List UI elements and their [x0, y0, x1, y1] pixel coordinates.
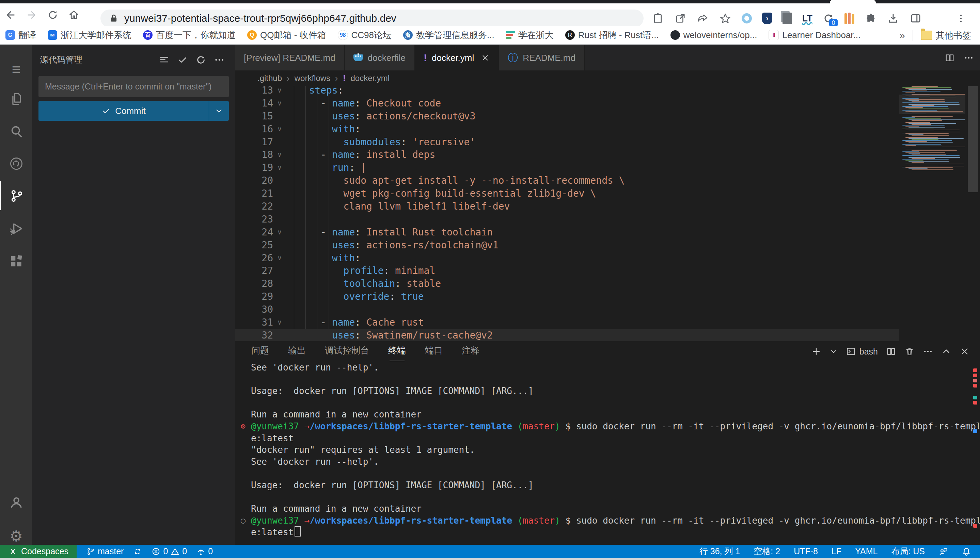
panel-tab-2[interactable]: 调试控制台: [325, 345, 369, 358]
breadcrumb-item[interactable]: .github: [258, 73, 282, 83]
terminal[interactable]: See 'docker run --help'.Usage: docker ru…: [235, 362, 980, 545]
panel-more-icon[interactable]: [923, 346, 933, 357]
status-encoding[interactable]: UTF-8: [794, 547, 818, 556]
editor-scrollbar[interactable]: [965, 70, 980, 387]
bookmarks-overflow-chevron[interactable]: »: [899, 30, 905, 41]
side-panel-icon[interactable]: [910, 12, 922, 25]
bell-icon[interactable]: [962, 547, 971, 556]
activity-item-explorer[interactable]: [0, 84, 32, 113]
browser-menu-icon[interactable]: [956, 12, 966, 25]
editor-more-icon[interactable]: [964, 53, 974, 63]
panel-tab-3[interactable]: 终端: [388, 345, 406, 358]
activity-item-github[interactable]: [0, 149, 32, 178]
other-bookmarks[interactable]: 其他书签: [921, 30, 971, 42]
maximize-panel-icon[interactable]: [941, 346, 952, 357]
status-keyboard-layout[interactable]: 布局: US: [891, 546, 925, 557]
line-number: 23: [235, 213, 273, 226]
pages-extension-icon[interactable]: [783, 13, 792, 24]
bookmark-item[interactable]: ✉浙江大学邮件系统: [48, 29, 131, 41]
bookmark-favicon: Q: [247, 30, 257, 40]
status-eol[interactable]: LF: [831, 547, 841, 556]
bookmark-item[interactable]: 浙教学管理信息服务...: [403, 29, 495, 41]
tab-readme.md[interactable]: ⓘREADME.md: [499, 45, 585, 70]
activity-item-menu[interactable]: ≡: [0, 55, 32, 84]
breadcrumb-item[interactable]: docker.yml: [350, 73, 390, 83]
status-language-mode[interactable]: YAML: [855, 547, 878, 556]
bookmark-item[interactable]: QQQ邮箱 - 收件箱: [247, 29, 326, 41]
feedback-icon[interactable]: [938, 547, 948, 556]
clipboard-icon[interactable]: [652, 12, 664, 25]
bookmark-item[interactable]: RRust 招聘 - Rust语...: [565, 29, 659, 41]
split-terminal-icon[interactable]: [886, 346, 896, 357]
commit-message-input[interactable]: Message (Ctrl+Enter to commit on "master…: [38, 76, 229, 97]
tab-docker.yml[interactable]: !docker.yml: [415, 45, 499, 70]
bookmark-item[interactable]: G翻译: [5, 29, 36, 41]
share-icon[interactable]: [697, 12, 709, 25]
bookmark-item[interactable]: 学在浙大: [506, 29, 554, 41]
forward-icon[interactable]: [26, 9, 37, 21]
fold-chevron: ∨: [273, 148, 286, 161]
code-lines: 13∨ steps:14∨ - name: Checkout code15 us…: [235, 84, 899, 342]
status-indentation[interactable]: 空格: 2: [754, 546, 780, 557]
shield-extension-icon[interactable]: ›: [762, 13, 772, 24]
more-actions-icon[interactable]: [214, 55, 225, 65]
minimap[interactable]: [899, 70, 965, 387]
terminal-profile-chevron-icon[interactable]: [829, 346, 838, 357]
minimap-line: [902, 106, 948, 107]
ports-indicator[interactable]: 0: [196, 547, 213, 556]
code-line-20: 20 sudo apt-get install -y --no-install-…: [235, 174, 899, 187]
remote-indicator[interactable]: Codespaces: [0, 545, 77, 558]
refresh-repo-icon[interactable]: [196, 55, 206, 65]
refresh-icon[interactable]: [47, 9, 59, 21]
bookmark-item[interactable]: 百百度一下，你就知道: [143, 29, 236, 41]
bookmark-star-icon[interactable]: [719, 12, 731, 25]
warning-icon: [171, 547, 179, 556]
browser-avatar[interactable]: Y: [932, 12, 946, 25]
kill-terminal-icon[interactable]: [905, 346, 915, 357]
new-terminal-icon[interactable]: [811, 346, 821, 357]
bookmark-item[interactable]: 98CC98论坛: [338, 29, 391, 41]
languagetool-extension-icon[interactable]: LT: [802, 14, 813, 23]
commit-check-icon[interactable]: [177, 55, 188, 65]
breadcrumb-item[interactable]: workflows: [294, 73, 330, 83]
bullets-extension-icon[interactable]: [845, 13, 855, 24]
activity-item-extensions[interactable]: [0, 247, 32, 276]
tab-dockerfile[interactable]: dockerfile: [345, 45, 415, 70]
status-cursor-position[interactable]: 行 36, 列 1: [699, 546, 740, 557]
code-editor[interactable]: 13∨ steps:14∨ - name: Checkout code15 us…: [235, 70, 899, 387]
close-tab-icon[interactable]: [481, 53, 490, 62]
panel-tab-0[interactable]: 问题: [251, 345, 269, 358]
downloads-icon[interactable]: [887, 12, 899, 25]
open-external-icon[interactable]: [674, 12, 686, 25]
ring-extension-icon[interactable]: [742, 13, 752, 23]
activity-item-source-control[interactable]: [0, 181, 32, 210]
panel-tab-4[interactable]: 端口: [425, 345, 443, 358]
extensions-puzzle-icon[interactable]: [865, 12, 877, 25]
terminal-shell-chip[interactable]: bash: [846, 346, 878, 357]
activity-item-search[interactable]: [0, 117, 32, 146]
close-panel-icon[interactable]: [960, 346, 970, 357]
activity-item-account[interactable]: [0, 488, 32, 517]
line-number: 25: [235, 239, 273, 252]
bookmark-item[interactable]: ‖Learner Dashboar...: [769, 30, 860, 40]
code-line-31: 31∨ - name: Cache rust: [235, 316, 899, 329]
back-icon[interactable]: [5, 9, 16, 21]
commit-button[interactable]: Commit: [38, 101, 229, 121]
home-icon[interactable]: [68, 9, 80, 21]
scrollbar-thumb[interactable]: [968, 85, 978, 192]
tab--preview-readme.md[interactable]: [Preview] README.md: [235, 45, 345, 70]
address-bar[interactable]: yunwei37-potential-space-trout-rpr5qwj66…: [100, 10, 644, 27]
refresh-extension-icon[interactable]: 0: [823, 13, 834, 24]
sync-indicator[interactable]: [133, 547, 142, 556]
problems-indicator[interactable]: 0 0: [152, 547, 187, 556]
branch-indicator[interactable]: master: [86, 547, 124, 556]
view-as-list-icon[interactable]: [159, 55, 170, 65]
panel-tab-5[interactable]: 注释: [462, 345, 480, 358]
breadcrumb[interactable]: .github›workflows›!docker.yml: [235, 70, 980, 86]
panel-tab-1[interactable]: 输出: [288, 345, 306, 358]
split-editor-icon[interactable]: [945, 53, 955, 63]
activity-item-run-debug[interactable]: [0, 214, 32, 243]
line-content: with:: [286, 123, 361, 136]
commit-dropdown[interactable]: [209, 101, 229, 121]
bookmark-item[interactable]: weloveinterns/op...: [671, 30, 757, 40]
